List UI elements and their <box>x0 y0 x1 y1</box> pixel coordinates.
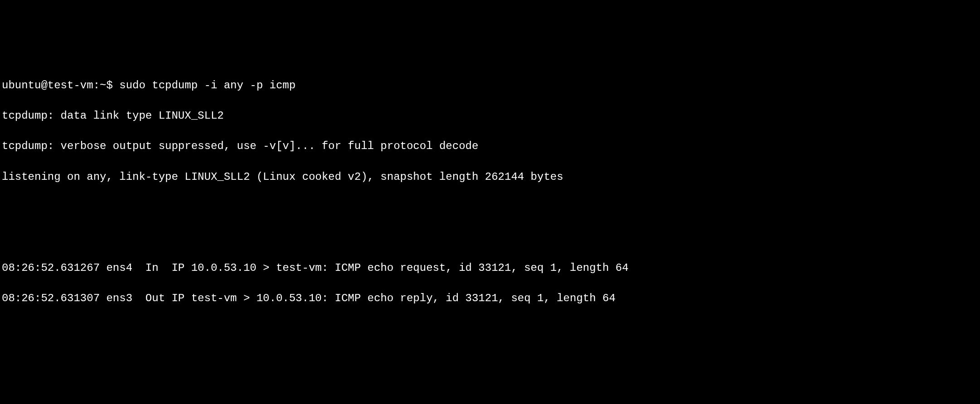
packet-line-2: 08:26:52.631307 ens3 Out IP test-vm > 10… <box>2 291 978 306</box>
blank-line <box>2 382 978 398</box>
output-link-type: tcpdump: data link type LINUX_SLL2 <box>2 108 978 124</box>
command-line-1: ubuntu@test-vm:~$ sudo tcpdump -i any -p… <box>2 78 978 93</box>
output-listening: listening on any, link-type LINUX_SLL2 (… <box>2 169 978 185</box>
blank-line <box>2 200 978 215</box>
terminal-window[interactable]: ubuntu@test-vm:~$ sudo tcpdump -i any -p… <box>2 63 978 404</box>
packet-line-1: 08:26:52.631267 ens4 In IP 10.0.53.10 > … <box>2 260 978 276</box>
blank-line <box>2 230 978 245</box>
command-text: sudo tcpdump -i any -p icmp <box>119 79 296 91</box>
blank-line <box>2 352 978 367</box>
blank-line <box>2 321 978 337</box>
output-verbose-note: tcpdump: verbose output suppressed, use … <box>2 139 978 154</box>
shell-prompt: ubuntu@test-vm:~$ <box>2 79 113 91</box>
